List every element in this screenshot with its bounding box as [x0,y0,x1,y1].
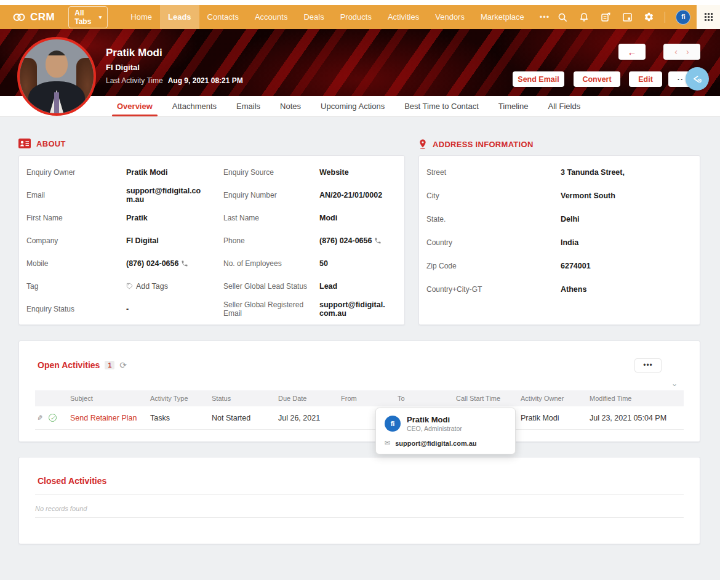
last-activity-time: Last Activity TimeAug 9, 2021 08:21 PM [106,76,243,85]
nav-overflow-menu[interactable]: ••• [532,12,558,22]
contact-card-icon [18,139,31,148]
activity-type-cell: Tasks [150,414,212,422]
address-row: CityVermont South [426,184,692,207]
add-tags-button[interactable]: Add Tags [126,282,168,291]
zoho-crm-logo[interactable]: CRM [12,11,55,23]
nav-divider [665,12,665,23]
brand-label: CRM [30,11,55,23]
modified-cell: Jul 23, 2021 05:04 PM [590,414,684,422]
about-section-heading: ABOUT [18,139,66,148]
tag-icon [126,283,133,289]
divider [35,517,684,518]
open-activities-table: Subject Activity Type Status Due Date Fr… [35,390,684,430]
about-title: ABOUT [36,139,66,148]
col-subject[interactable]: Subject [70,395,150,402]
nav-item-accounts[interactable]: Accounts [247,5,295,29]
about-row: Enquiry Status- Seller Global Registered… [26,297,397,320]
no-records-message: No records found [35,505,87,512]
contact-hover-card: fi Pratik Modi CEO, Administrator ✉ supp… [375,408,516,454]
phone-value[interactable]: (876) 024-0656 [319,236,372,245]
popup-contact-name: Pratik Modi [407,415,462,424]
person-silhouette [54,92,59,116]
top-navigation-bar: CRM All Tabs ▾ Home Leads Contacts Accou… [0,5,720,29]
all-tabs-dropdown[interactable]: All Tabs ▾ [68,6,108,28]
settings-gear-icon[interactable] [643,12,654,23]
edit-button[interactable]: Edit [629,71,662,87]
tab-best-time-to-contact[interactable]: Best Time to Contact [394,96,489,116]
popup-contact-email[interactable]: support@fidigital.com.au [395,440,476,447]
record-pager: ‹ › [663,44,700,60]
about-row: CompanyFI Digital Phone (876) 024-0656 [26,229,397,252]
tab-attachments[interactable]: Attachments [162,96,226,116]
col-from[interactable]: From [341,395,398,402]
registered-email-value: support@fidigital.com.au [319,300,388,318]
col-activity-type[interactable]: Activity Type [150,395,212,402]
phone-icon[interactable] [374,237,382,244]
nav-item-leads[interactable]: Leads [160,5,199,29]
back-button[interactable]: ← [618,44,646,60]
tab-timeline[interactable]: Timeline [489,96,538,116]
record-tab-bar: Overview Attachments Emails Notes Upcomi… [0,96,720,117]
table-header-row: Subject Activity Type Status Due Date Fr… [35,390,684,406]
crm-lead-detail-page: CRM All Tabs ▾ Home Leads Contacts Accou… [0,0,720,588]
edit-pencil-icon[interactable]: ✎ [38,414,44,422]
caret-down-icon: ▾ [99,14,102,20]
address-title: ADDRESS INFORMATION [433,140,534,149]
phone-icon[interactable] [181,260,188,267]
back-arrow-icon: ← [628,47,637,57]
nav-item-deals[interactable]: Deals [295,5,332,29]
address-row: Country+City-GTAthens [426,278,692,301]
next-record-icon[interactable]: › [686,47,689,57]
open-activities-more-button[interactable]: ••• [634,358,662,373]
compose-feed-icon[interactable] [600,12,611,23]
refresh-icon[interactable]: ⟳ [119,360,127,370]
tab-notes[interactable]: Notes [270,96,311,116]
nav-item-products[interactable]: Products [332,5,380,29]
search-icon[interactable] [557,12,568,23]
bottom-margin [0,580,720,588]
tab-emails[interactable]: Emails [226,96,270,116]
envelope-icon: ✉ [385,439,390,447]
email-value[interactable]: support@fidigital.com.au [126,187,205,204]
mobile-value[interactable]: (876) 024-0656 [126,259,178,268]
user-avatar[interactable]: fi [676,10,690,25]
location-pin-icon [418,139,427,150]
last-activity-value: Aug 9, 2021 08:21 PM [168,76,243,85]
address-row: Street3 Tanunda Street, [426,161,692,184]
about-row: Enquiry OwnerPratik Modi Enquiry SourceW… [26,161,397,183]
tab-overview[interactable]: Overview [107,96,162,116]
collapse-chevron-icon[interactable]: ⌄ [671,379,678,388]
nav-item-activities[interactable]: Activities [380,5,427,29]
nav-item-home[interactable]: Home [122,5,160,29]
overview-content: ABOUT Enquiry OwnerPratik Modi Enquiry S… [0,117,720,580]
lead-profile-photo[interactable] [17,37,96,116]
nav-item-contacts[interactable]: Contacts [199,5,247,29]
business-card-settings-button[interactable] [686,67,709,91]
convert-button[interactable]: Convert [574,71,620,87]
nav-item-vendors[interactable]: Vendors [427,5,473,29]
calendar-icon[interactable] [622,12,633,23]
col-modified-time[interactable]: Modified Time [590,395,684,402]
tab-upcoming-actions[interactable]: Upcoming Actions [311,96,394,116]
close-task-check-icon[interactable]: ✓ [49,414,57,422]
nav-item-marketplace[interactable]: Marketplace [473,5,532,29]
about-card: Enquiry OwnerPratik Modi Enquiry SourceW… [18,155,405,325]
about-row: Emailsupport@fidigital.com.au Enquiry Nu… [26,183,397,206]
notifications-bell-icon[interactable] [578,12,590,23]
address-card: Street3 Tanunda Street, CityVermont Sout… [418,155,700,325]
col-due-date[interactable]: Due Date [278,395,341,402]
status-cell: Not Started [212,414,278,422]
col-call-start-time[interactable]: Call Start Time [456,395,521,402]
closed-activities-card: Closed Activities No records found [18,457,700,544]
company-logo: fi [385,416,401,432]
previous-record-icon[interactable]: ‹ [674,47,678,57]
tab-all-fields[interactable]: All Fields [538,96,590,116]
popup-contact-role: CEO, Administrator [407,425,462,432]
apps-grid-icon [705,13,713,21]
send-email-button[interactable]: Send Email [513,71,564,87]
apps-grid-button[interactable] [697,5,720,29]
col-activity-owner[interactable]: Activity Owner [521,395,590,402]
col-status[interactable]: Status [212,395,278,402]
col-to[interactable]: To [398,395,456,402]
activity-subject-link[interactable]: Send Retainer Plan [70,414,150,422]
